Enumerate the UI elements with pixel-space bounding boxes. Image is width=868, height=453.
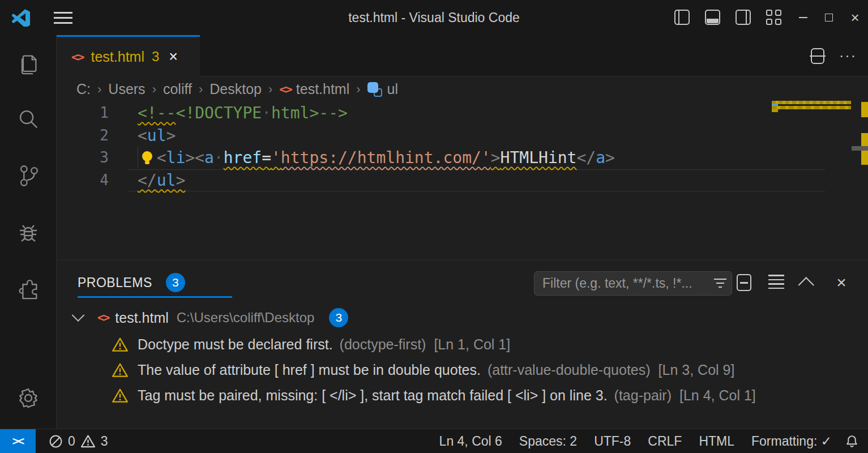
editor-tab-bar: <> test.html 3 × ··· bbox=[57, 35, 868, 76]
chevron-down-icon[interactable] bbox=[72, 309, 85, 322]
collapse-all-icon[interactable] bbox=[768, 273, 784, 292]
maximize-button[interactable] bbox=[816, 0, 842, 35]
breadcrumb-drive[interactable]: C: bbox=[76, 81, 91, 97]
line-number: 3 bbox=[57, 147, 109, 169]
search-icon bbox=[15, 106, 41, 133]
toggle-secondary-sidebar-icon[interactable] bbox=[736, 10, 751, 25]
status-formatting[interactable]: Formatting: ✓ bbox=[743, 429, 840, 453]
manage-settings-gear[interactable] bbox=[0, 378, 57, 418]
warning-icon bbox=[80, 434, 96, 449]
toggle-panel-icon[interactable] bbox=[705, 10, 720, 25]
problems-count-badge: 3 bbox=[166, 273, 185, 292]
gear-icon bbox=[15, 384, 42, 412]
status-eol[interactable]: CRLF bbox=[639, 429, 690, 453]
chevron-right-icon: › bbox=[268, 82, 272, 97]
breadcrumb-coliff[interactable]: coliff bbox=[163, 81, 192, 97]
problems-filter-input[interactable] bbox=[535, 276, 713, 291]
notifications-bell-icon[interactable] bbox=[845, 434, 859, 448]
chevron-right-icon: › bbox=[199, 82, 203, 97]
sidebar-item-search[interactable] bbox=[0, 99, 57, 140]
vscode-window: test.html - Visual Studio Code × bbox=[0, 0, 868, 453]
files-icon bbox=[15, 50, 41, 76]
warning-icon bbox=[112, 362, 129, 379]
tab-label: test.html bbox=[91, 49, 144, 65]
code-line-2: <ul> bbox=[138, 125, 176, 147]
chevron-right-icon: › bbox=[97, 82, 101, 97]
sidebar-item-extensions[interactable] bbox=[0, 267, 57, 308]
source-control-icon bbox=[15, 163, 41, 189]
toggle-primary-sidebar-icon[interactable] bbox=[674, 10, 690, 25]
filter-icon[interactable] bbox=[713, 278, 727, 289]
overview-ruler-cursor-mark bbox=[852, 146, 868, 151]
warning-icon bbox=[112, 387, 129, 404]
status-bar: >< 0 3 Ln 4, Col 6 Spaces: 2 UTF-8 CRLF … bbox=[0, 429, 868, 453]
file-problem-badge: 3 bbox=[329, 308, 348, 327]
breadcrumb-file[interactable]: test.html bbox=[296, 81, 349, 97]
problem-row-2[interactable]: The value of attribute [ href ] must be … bbox=[57, 357, 868, 383]
breadcrumb: C: › Users › coliff › Desktop › <> test.… bbox=[57, 76, 868, 102]
status-encoding[interactable]: UTF-8 bbox=[585, 429, 639, 453]
breadcrumb-desktop[interactable]: Desktop bbox=[209, 81, 262, 97]
title-bar: test.html - Visual Studio Code × bbox=[0, 0, 868, 35]
chevron-right-icon: › bbox=[152, 82, 156, 97]
active-panel-tab-underline bbox=[78, 296, 232, 298]
sidebar-item-source-control[interactable] bbox=[0, 155, 57, 196]
warning-count: 3 bbox=[101, 434, 108, 449]
overview-ruler-warning-mark bbox=[861, 102, 868, 117]
line-number: 4 bbox=[57, 169, 109, 192]
html-file-icon: <> bbox=[71, 50, 83, 64]
tab-problem-badge: 3 bbox=[152, 49, 159, 65]
code-line-3: <li><a·href='https://htmlhint.com/'>HTML… bbox=[138, 147, 615, 169]
debug-bug-icon bbox=[15, 219, 42, 246]
more-actions-icon[interactable]: ··· bbox=[839, 48, 857, 64]
tab-test-html[interactable]: <> test.html 3 × bbox=[57, 35, 200, 76]
customize-layout-icon[interactable] bbox=[766, 10, 781, 25]
split-editor-icon[interactable] bbox=[811, 48, 824, 64]
error-count: 0 bbox=[68, 434, 75, 449]
sidebar-item-run-debug[interactable] bbox=[0, 212, 57, 253]
sidebar-item-explorer[interactable] bbox=[0, 43, 57, 84]
status-language[interactable]: HTML bbox=[690, 429, 743, 453]
problem-row-1[interactable]: Doctype must be declared first. (doctype… bbox=[57, 332, 868, 357]
close-window-button[interactable]: × bbox=[842, 0, 868, 35]
minimap[interactable] bbox=[772, 101, 851, 114]
extensions-puzzle-icon bbox=[15, 275, 41, 301]
indent-guide bbox=[138, 147, 157, 168]
symbol-element-icon bbox=[367, 82, 382, 97]
chevron-right-icon: › bbox=[356, 82, 360, 97]
html-file-icon: <> bbox=[97, 311, 108, 324]
breadcrumb-symbol[interactable]: ul bbox=[387, 81, 398, 97]
code-line-1: <!--<!DOCTYPE·html>--> bbox=[138, 102, 348, 125]
status-indentation[interactable]: Spaces: 2 bbox=[511, 429, 585, 453]
minimize-button[interactable] bbox=[790, 0, 816, 35]
activity-bar bbox=[0, 35, 57, 429]
breadcrumb-users[interactable]: Users bbox=[108, 81, 145, 97]
warning-icon bbox=[112, 336, 129, 353]
status-cursor-position[interactable]: Ln 4, Col 6 bbox=[431, 429, 511, 453]
tab-close-icon[interactable]: × bbox=[169, 48, 178, 66]
close-panel-icon[interactable]: × bbox=[833, 273, 850, 292]
problems-panel: PROBLEMS 3 × <> test.html C:\Users\colif… bbox=[57, 260, 868, 429]
error-icon bbox=[49, 434, 63, 448]
menu-hamburger-icon[interactable] bbox=[54, 12, 72, 24]
maximize-panel-icon[interactable] bbox=[800, 273, 817, 292]
line-number: 2 bbox=[57, 125, 109, 147]
code-editor[interactable]: 1 <!--<!DOCTYPE·html>--> 2 <ul> 3 <li><a… bbox=[57, 102, 868, 260]
status-problems[interactable]: 0 3 bbox=[49, 429, 108, 453]
vscode-logo-icon bbox=[12, 8, 30, 27]
html-file-icon: <> bbox=[279, 82, 291, 96]
lightbulb-icon[interactable] bbox=[140, 150, 155, 166]
tab-problems[interactable]: PROBLEMS 3 bbox=[78, 273, 185, 292]
problem-row-3[interactable]: Tag must be paired, missing: [ </li> ], … bbox=[57, 383, 868, 408]
problems-filter bbox=[534, 271, 732, 296]
line-number: 1 bbox=[57, 102, 109, 125]
problems-file-row[interactable]: <> test.html C:\Users\coliff\Desktop 3 bbox=[57, 306, 868, 329]
view-as-table-icon[interactable] bbox=[736, 273, 752, 292]
code-line-4: </ul> bbox=[138, 169, 185, 192]
remote-indicator[interactable]: >< bbox=[0, 429, 36, 453]
